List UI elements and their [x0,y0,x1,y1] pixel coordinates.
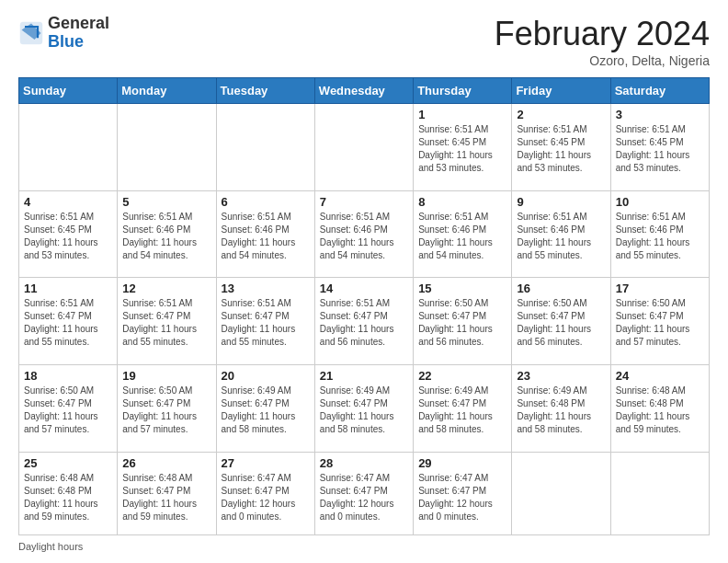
calendar-cell: 8Sunrise: 6:51 AM Sunset: 6:46 PM Daylig… [414,190,512,278]
day-number: 21 [320,369,408,383]
day-number: 26 [122,456,210,470]
header: General Blue February 2024 Ozoro, Delta,… [18,15,710,68]
day-info: Sunrise: 6:50 AM Sunset: 6:47 PM Dayligh… [24,385,112,436]
day-number: 27 [222,456,310,470]
calendar-cell: 14Sunrise: 6:51 AM Sunset: 6:47 PM Dayli… [314,278,413,365]
day-number: 6 [222,195,310,209]
day-header-monday: Monday [118,78,216,104]
calendar-cell: 7Sunrise: 6:51 AM Sunset: 6:46 PM Daylig… [314,190,413,278]
week-row-4: 25Sunrise: 6:48 AM Sunset: 6:48 PM Dayli… [19,452,710,534]
calendar-cell: 11Sunrise: 6:51 AM Sunset: 6:47 PM Dayli… [19,278,118,365]
day-info: Sunrise: 6:50 AM Sunset: 6:47 PM Dayligh… [122,385,210,436]
day-number: 8 [418,195,506,209]
day-info: Sunrise: 6:48 AM Sunset: 6:47 PM Dayligh… [122,472,210,523]
day-info: Sunrise: 6:49 AM Sunset: 6:47 PM Dayligh… [222,385,310,436]
day-info: Sunrise: 6:49 AM Sunset: 6:48 PM Dayligh… [517,385,605,436]
day-number: 29 [418,456,506,470]
calendar-cell: 3Sunrise: 6:51 AM Sunset: 6:45 PM Daylig… [610,104,709,191]
day-info: Sunrise: 6:49 AM Sunset: 6:47 PM Dayligh… [320,385,408,436]
calendar-cell [216,104,314,191]
footer: Daylight hours [18,541,710,552]
calendar-cell [118,104,216,191]
calendar-cell: 18Sunrise: 6:50 AM Sunset: 6:47 PM Dayli… [19,365,118,453]
day-number: 25 [24,456,112,470]
calendar-cell: 16Sunrise: 6:50 AM Sunset: 6:47 PM Dayli… [512,278,610,365]
day-info: Sunrise: 6:47 AM Sunset: 6:47 PM Dayligh… [222,472,310,523]
day-info: Sunrise: 6:47 AM Sunset: 6:47 PM Dayligh… [320,472,408,523]
title-block: February 2024 Ozoro, Delta, Nigeria [495,15,710,68]
calendar-cell: 25Sunrise: 6:48 AM Sunset: 6:48 PM Dayli… [19,452,118,534]
calendar-cell: 12Sunrise: 6:51 AM Sunset: 6:47 PM Dayli… [118,278,216,365]
calendar-cell: 1Sunrise: 6:51 AM Sunset: 6:45 PM Daylig… [414,104,512,191]
calendar-cell: 28Sunrise: 6:47 AM Sunset: 6:47 PM Dayli… [314,452,413,534]
day-info: Sunrise: 6:51 AM Sunset: 6:46 PM Dayligh… [418,211,506,262]
day-info: Sunrise: 6:51 AM Sunset: 6:46 PM Dayligh… [616,211,704,262]
calendar-cell [19,104,118,191]
calendar-cell: 27Sunrise: 6:47 AM Sunset: 6:47 PM Dayli… [216,452,314,534]
logo: General Blue [18,15,109,52]
day-info: Sunrise: 6:51 AM Sunset: 6:46 PM Dayligh… [122,211,210,262]
day-number: 24 [616,369,704,383]
day-info: Sunrise: 6:51 AM Sunset: 6:46 PM Dayligh… [222,211,310,262]
week-row-0: 1Sunrise: 6:51 AM Sunset: 6:45 PM Daylig… [19,104,710,191]
day-number: 1 [418,108,506,121]
day-info: Sunrise: 6:51 AM Sunset: 6:47 PM Dayligh… [320,297,408,349]
day-number: 4 [24,195,112,209]
month-title: February 2024 [495,15,710,53]
day-header-wednesday: Wednesday [314,78,413,104]
calendar-cell: 23Sunrise: 6:49 AM Sunset: 6:48 PM Dayli… [512,365,610,453]
day-number: 19 [122,369,210,383]
day-number: 23 [517,369,605,383]
calendar-cell: 17Sunrise: 6:50 AM Sunset: 6:47 PM Dayli… [610,278,709,365]
week-row-2: 11Sunrise: 6:51 AM Sunset: 6:47 PM Dayli… [19,278,710,365]
day-info: Sunrise: 6:50 AM Sunset: 6:47 PM Dayligh… [517,297,605,349]
day-info: Sunrise: 6:50 AM Sunset: 6:47 PM Dayligh… [418,297,506,349]
day-number: 3 [616,108,704,121]
calendar-cell: 6Sunrise: 6:51 AM Sunset: 6:46 PM Daylig… [216,190,314,278]
day-info: Sunrise: 6:51 AM Sunset: 6:46 PM Dayligh… [320,211,408,262]
day-header-tuesday: Tuesday [216,78,314,104]
day-number: 2 [517,108,605,121]
day-info: Sunrise: 6:48 AM Sunset: 6:48 PM Dayligh… [24,472,112,523]
calendar-cell [512,452,610,534]
calendar-cell: 26Sunrise: 6:48 AM Sunset: 6:47 PM Dayli… [118,452,216,534]
day-number: 18 [24,369,112,383]
day-number: 20 [222,369,310,383]
day-number: 7 [320,195,408,209]
day-number: 22 [418,369,506,383]
calendar-cell: 4Sunrise: 6:51 AM Sunset: 6:45 PM Daylig… [19,190,118,278]
day-number: 28 [320,456,408,470]
calendar-cell: 9Sunrise: 6:51 AM Sunset: 6:46 PM Daylig… [512,190,610,278]
calendar-cell: 21Sunrise: 6:49 AM Sunset: 6:47 PM Dayli… [314,365,413,453]
day-number: 9 [517,195,605,209]
day-info: Sunrise: 6:51 AM Sunset: 6:45 PM Dayligh… [418,123,506,175]
day-number: 17 [616,282,704,295]
calendar-cell: 22Sunrise: 6:49 AM Sunset: 6:47 PM Dayli… [414,365,512,453]
calendar-table: SundayMondayTuesdayWednesdayThursdayFrid… [18,77,710,535]
logo-icon [18,20,44,46]
day-header-thursday: Thursday [414,78,512,104]
day-info: Sunrise: 6:51 AM Sunset: 6:46 PM Dayligh… [517,211,605,262]
day-info: Sunrise: 6:50 AM Sunset: 6:47 PM Dayligh… [616,297,704,349]
day-info: Sunrise: 6:51 AM Sunset: 6:47 PM Dayligh… [24,297,112,349]
day-info: Sunrise: 6:51 AM Sunset: 6:45 PM Dayligh… [616,123,704,175]
day-info: Sunrise: 6:51 AM Sunset: 6:47 PM Dayligh… [222,297,310,349]
day-number: 11 [24,282,112,295]
day-number: 5 [122,195,210,209]
day-number: 12 [122,282,210,295]
logo-general: General [48,14,109,32]
day-number: 10 [616,195,704,209]
day-number: 16 [517,282,605,295]
day-header-friday: Friday [512,78,610,104]
calendar-cell: 20Sunrise: 6:49 AM Sunset: 6:47 PM Dayli… [216,365,314,453]
day-info: Sunrise: 6:51 AM Sunset: 6:45 PM Dayligh… [517,123,605,175]
day-info: Sunrise: 6:49 AM Sunset: 6:47 PM Dayligh… [418,385,506,436]
calendar-cell [610,452,709,534]
page: General Blue February 2024 Ozoro, Delta,… [0,0,728,563]
calendar-cell: 5Sunrise: 6:51 AM Sunset: 6:46 PM Daylig… [118,190,216,278]
day-info: Sunrise: 6:47 AM Sunset: 6:47 PM Dayligh… [418,472,506,523]
day-info: Sunrise: 6:51 AM Sunset: 6:45 PM Dayligh… [24,211,112,262]
day-number: 13 [222,282,310,295]
week-row-1: 4Sunrise: 6:51 AM Sunset: 6:45 PM Daylig… [19,190,710,278]
week-row-3: 18Sunrise: 6:50 AM Sunset: 6:47 PM Dayli… [19,365,710,453]
